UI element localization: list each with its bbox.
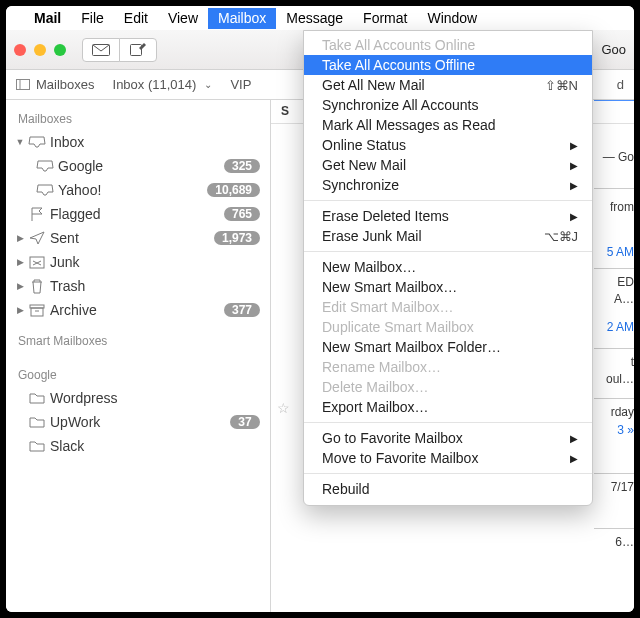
menu-file[interactable]: File (71, 8, 114, 29)
favorites-mailboxes-label: Mailboxes (36, 77, 95, 92)
sidebar-item-slack[interactable]: Slack (6, 434, 270, 458)
trash-icon (26, 277, 48, 295)
disclosure-triangle-icon[interactable]: ▶ (14, 257, 26, 267)
sidebar-item-upwork[interactable]: UpWork 37 (6, 410, 270, 434)
sidebar: Mailboxes ▼ Inbox Google 325 Yahoo! (6, 100, 271, 612)
menu-separator (304, 200, 592, 201)
edge-text: rday (611, 405, 634, 419)
menu-item-label: Export Mailbox… (322, 399, 429, 415)
menu-item-label: New Smart Mailbox Folder… (322, 339, 501, 355)
toolbar-segment (82, 38, 157, 62)
menu-shortcut: ⇧⌘N (545, 78, 578, 93)
window-controls (14, 44, 66, 56)
menu-item[interactable]: Mark All Messages as Read (304, 115, 592, 135)
edge-text: t (631, 355, 634, 369)
sidebar-item-wordpress[interactable]: Wordpress (6, 386, 270, 410)
menu-separator (304, 473, 592, 474)
menu-item[interactable]: Move to Favorite Mailbox▶ (304, 448, 592, 468)
menu-mail[interactable]: Mail (24, 8, 71, 29)
envelope-icon (92, 44, 110, 56)
menu-item[interactable]: Export Mailbox… (304, 397, 592, 417)
menu-view[interactable]: View (158, 8, 208, 29)
unread-badge: 1,973 (214, 231, 260, 245)
app-window: Mail File Edit View Mailbox Message Form… (6, 6, 634, 612)
menu-format[interactable]: Format (353, 8, 417, 29)
disclosure-triangle-icon[interactable]: ▶ (14, 281, 26, 291)
sidebar-item-archive[interactable]: ▶ Archive 377 (6, 298, 270, 322)
menu-item: Edit Smart Mailbox… (304, 297, 592, 317)
chevron-down-icon: ⌄ (204, 79, 212, 90)
edge-text: 2 AM (607, 320, 634, 334)
menu-item-label: Duplicate Smart Mailbox (322, 319, 474, 335)
paper-plane-icon (26, 229, 48, 247)
junk-icon (26, 253, 48, 271)
edge-text: 7/17 (611, 480, 634, 494)
menu-message[interactable]: Message (276, 8, 353, 29)
sidebar-item-yahoo[interactable]: Yahoo! 10,689 (6, 178, 270, 202)
sidebar-item-inbox[interactable]: ▼ Inbox (6, 130, 270, 154)
menu-item[interactable]: New Smart Mailbox Folder… (304, 337, 592, 357)
sidebar-item-label: Junk (48, 254, 260, 270)
menu-item-label: Rename Mailbox… (322, 359, 441, 375)
star-icon[interactable]: ☆ (277, 400, 290, 416)
submenu-arrow-icon: ▶ (570, 453, 578, 464)
disclosure-triangle-icon[interactable]: ▶ (14, 233, 26, 243)
menu-mailbox[interactable]: Mailbox (208, 8, 276, 29)
inbox-tray-icon (34, 157, 56, 175)
sidebar-item-junk[interactable]: ▶ Junk (6, 250, 270, 274)
svg-rect-8 (31, 308, 43, 316)
sidebar-section-smart: Smart Mailboxes (6, 322, 270, 352)
sidebar-item-flagged[interactable]: Flagged 765 (6, 202, 270, 226)
edge-text: — Go (603, 150, 634, 164)
disclosure-triangle-icon[interactable]: ▼ (14, 137, 26, 147)
compose-button[interactable] (119, 38, 157, 62)
menu-window[interactable]: Window (417, 8, 487, 29)
sidebar-section-mailboxes: Mailboxes (6, 100, 270, 130)
sidebar-item-label: Wordpress (48, 390, 260, 406)
menu-item[interactable]: Get New Mail▶ (304, 155, 592, 175)
favorites-mailboxes[interactable]: Mailboxes (16, 77, 95, 92)
menu-item-label: Synchronize All Accounts (322, 97, 478, 113)
menu-item-label: Rebuild (322, 481, 369, 497)
menu-item[interactable]: Synchronize▶ (304, 175, 592, 195)
zoom-window-button[interactable] (54, 44, 66, 56)
menu-edit[interactable]: Edit (114, 8, 158, 29)
sidebar-item-sent[interactable]: ▶ Sent 1,973 (6, 226, 270, 250)
menu-item[interactable]: Rebuild (304, 479, 592, 499)
edge-text: 6… (615, 535, 634, 549)
menu-item-label: Take All Accounts Online (322, 37, 475, 53)
sidebar-item-label: Trash (48, 278, 260, 294)
menu-item[interactable]: Synchronize All Accounts (304, 95, 592, 115)
favorites-vips[interactable]: VIP (230, 77, 251, 92)
favorites-inbox[interactable]: Inbox (11,014) ⌄ (113, 77, 213, 92)
menu-item[interactable]: Erase Deleted Items▶ (304, 206, 592, 226)
folder-icon (26, 413, 48, 431)
menu-item[interactable]: Online Status▶ (304, 135, 592, 155)
sidebar-item-trash[interactable]: ▶ Trash (6, 274, 270, 298)
menu-item[interactable]: Go to Favorite Mailbox▶ (304, 428, 592, 448)
close-window-button[interactable] (14, 44, 26, 56)
menu-item-label: Mark All Messages as Read (322, 117, 496, 133)
menu-item[interactable]: Erase Junk Mail⌥⌘J (304, 226, 592, 246)
get-mail-button[interactable] (82, 38, 120, 62)
edge-text: A… (614, 292, 634, 306)
menu-item[interactable]: New Mailbox… (304, 257, 592, 277)
unread-badge: 765 (224, 207, 260, 221)
archive-box-icon (26, 301, 48, 319)
menu-separator (304, 251, 592, 252)
sidebar-item-label: Archive (48, 302, 224, 318)
edge-text: from (610, 200, 634, 214)
edge-text: oul… (606, 372, 634, 386)
menu-item[interactable]: Take All Accounts Offline (304, 55, 592, 75)
menu-item-label: Synchronize (322, 177, 399, 193)
inbox-tray-icon (26, 133, 48, 151)
submenu-arrow-icon: ▶ (570, 140, 578, 151)
sidebar-item-google[interactable]: Google 325 (6, 154, 270, 178)
menu-item[interactable]: New Smart Mailbox… (304, 277, 592, 297)
disclosure-triangle-icon[interactable]: ▶ (14, 305, 26, 315)
sidebar-item-label: Inbox (48, 134, 260, 150)
message-preview-edge: — Go from 5 AM ED A… 2 AM t oul… rday 3 … (594, 100, 634, 612)
menu-item[interactable]: Get All New Mail⇧⌘N (304, 75, 592, 95)
minimize-window-button[interactable] (34, 44, 46, 56)
sidebar-item-label: Yahoo! (56, 182, 207, 198)
